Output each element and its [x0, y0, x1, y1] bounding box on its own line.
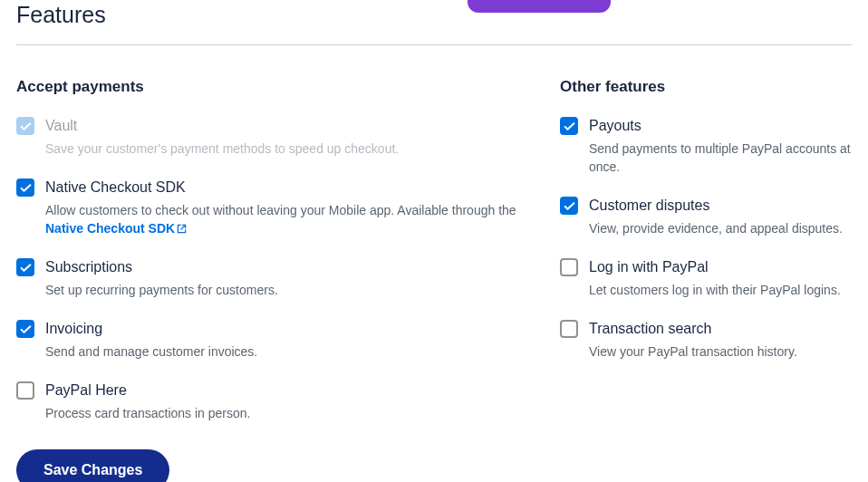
feature-desc: Send and manage customer invoices. [45, 342, 524, 361]
checkbox-txn-search[interactable] [560, 320, 578, 338]
feature-title: Transaction search [589, 319, 852, 339]
feature-title: PayPal Here [45, 381, 524, 400]
feature-title: Invoicing [45, 319, 524, 339]
checkbox-payouts[interactable] [560, 117, 578, 135]
external-link-icon [177, 224, 187, 234]
feature-invoicing: Invoicing Send and manage customer invoi… [16, 319, 524, 361]
checkmark-icon [20, 120, 32, 132]
checkbox-paypal-here[interactable] [16, 381, 34, 400]
feature-vault: Vault Save your customer's payment metho… [16, 116, 524, 158]
feature-desc-pre: Allow customers to check out without lea… [45, 203, 516, 217]
feature-body: Native Checkout SDK Allow customers to c… [45, 178, 524, 237]
checkmark-icon [20, 182, 32, 194]
feature-payouts: Payouts Send payments to multiple PayPal… [560, 116, 852, 176]
feature-desc: View your PayPal transaction history. [589, 342, 852, 361]
accept-payments-section: Accept payments Vault Save your customer… [16, 78, 524, 482]
feature-txn-search: Transaction search View your PayPal tran… [560, 319, 852, 361]
feature-title: Native Checkout SDK [45, 178, 524, 198]
checkbox-vault [16, 117, 34, 135]
feature-paypal-here: PayPal Here Process card transactions in… [16, 381, 524, 422]
feature-body: Customer disputes View, provide evidence… [589, 196, 852, 237]
save-changes-button[interactable]: Save Changes [16, 449, 169, 482]
checkbox-login-paypal[interactable] [560, 258, 578, 276]
feature-title: Payouts [589, 116, 852, 136]
other-features-section: Other features Payouts Send payments to … [560, 78, 852, 482]
feature-body: Log in with PayPal Let customers log in … [589, 257, 852, 299]
feature-disputes: Customer disputes View, provide evidence… [560, 196, 852, 237]
feature-title: Log in with PayPal [589, 257, 852, 277]
checkmark-icon [564, 200, 575, 212]
feature-body: Payouts Send payments to multiple PayPal… [589, 116, 852, 176]
feature-body: Transaction search View your PayPal tran… [589, 319, 852, 361]
feature-desc: Set up recurring payments for customers. [45, 281, 524, 299]
top-purple-accent [468, 0, 611, 13]
feature-desc: Process card transactions in person. [45, 404, 524, 422]
link-text: Native Checkout SDK [45, 221, 175, 236]
checkbox-native-checkout[interactable] [16, 178, 34, 197]
feature-subscriptions: Subscriptions Set up recurring payments … [16, 257, 524, 299]
section-heading-other-features: Other features [560, 78, 852, 96]
checkbox-subscriptions[interactable] [16, 258, 34, 276]
feature-desc: Allow customers to check out without lea… [45, 201, 524, 237]
checkmark-icon [20, 323, 32, 335]
feature-native-checkout: Native Checkout SDK Allow customers to c… [16, 178, 524, 237]
feature-title: Customer disputes [589, 196, 852, 216]
feature-desc: Save your customer's payment methods to … [45, 140, 524, 158]
native-checkout-sdk-link[interactable]: Native Checkout SDK [45, 221, 187, 236]
feature-body: PayPal Here Process card transactions in… [45, 381, 524, 422]
feature-title: Vault [45, 116, 524, 136]
feature-body: Vault Save your customer's payment metho… [45, 116, 524, 158]
checkbox-invoicing[interactable] [16, 320, 34, 338]
feature-desc: Send payments to multiple PayPal account… [589, 140, 852, 176]
feature-columns: Accept payments Vault Save your customer… [16, 45, 852, 482]
feature-title: Subscriptions [45, 257, 524, 277]
checkmark-icon [564, 120, 575, 132]
section-heading-accept-payments: Accept payments [16, 78, 524, 96]
feature-desc: View, provide evidence, and appeal dispu… [589, 219, 852, 237]
page-title: Features [16, 0, 852, 44]
feature-desc: Let customers log in with their PayPal l… [589, 281, 852, 299]
feature-body: Invoicing Send and manage customer invoi… [45, 319, 524, 361]
feature-body: Subscriptions Set up recurring payments … [45, 257, 524, 299]
checkbox-disputes[interactable] [560, 197, 578, 215]
feature-login-paypal: Log in with PayPal Let customers log in … [560, 257, 852, 299]
checkmark-icon [20, 262, 32, 274]
